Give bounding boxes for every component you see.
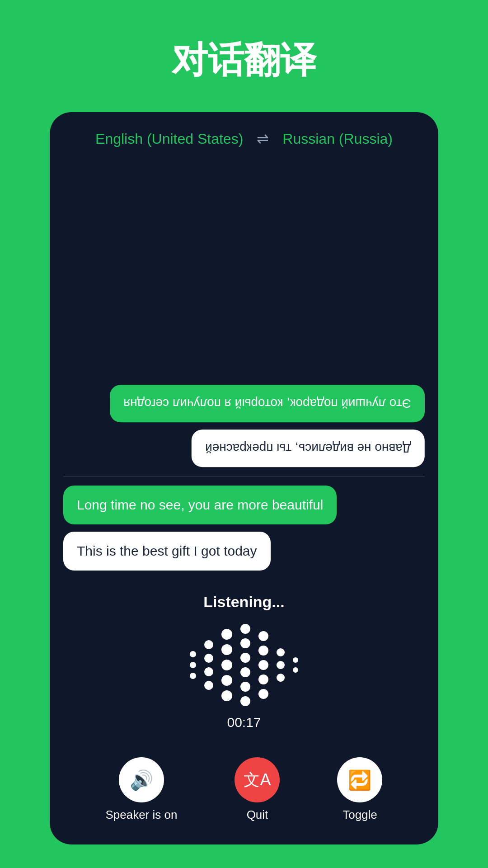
list-item: Это лучший подарок, который я получил се… bbox=[110, 385, 425, 422]
wave-col bbox=[190, 651, 196, 679]
wave-dot bbox=[258, 646, 268, 656]
wave-dot bbox=[240, 653, 250, 663]
wave-dot bbox=[204, 681, 213, 690]
quit-button[interactable]: 文A Quit bbox=[235, 757, 280, 822]
wave-col bbox=[293, 657, 298, 673]
wave-dot bbox=[277, 648, 285, 656]
wave-col bbox=[258, 631, 268, 699]
listening-status: Listening... bbox=[203, 593, 284, 611]
listening-area: Listening... bbox=[50, 580, 438, 753]
flipped-section: Это лучший подарок, который я получил се… bbox=[63, 165, 425, 476]
wave-dot bbox=[240, 624, 250, 634]
wave-dot bbox=[221, 644, 232, 655]
speaker-icon: 🔊 bbox=[130, 769, 153, 791]
wave-dot bbox=[221, 690, 232, 701]
lang-header: English (United States) ⇌ Russian (Russi… bbox=[50, 112, 438, 156]
wave-dot bbox=[204, 667, 213, 676]
wave-dot bbox=[258, 689, 268, 699]
wave-dot bbox=[240, 696, 250, 706]
swap-icon[interactable]: ⇌ bbox=[257, 130, 269, 147]
normal-section: Long time no see, you are more beautiful… bbox=[63, 476, 425, 571]
wave-dot bbox=[240, 667, 250, 677]
wave-col bbox=[204, 640, 213, 690]
wave-dot bbox=[221, 675, 232, 686]
wave-dot bbox=[277, 674, 285, 682]
toggle-label: Toggle bbox=[343, 808, 377, 822]
wave-dot bbox=[240, 682, 250, 692]
wave-dot bbox=[277, 661, 285, 669]
wave-dot bbox=[190, 673, 196, 679]
toggle-button[interactable]: 🔁 Toggle bbox=[337, 757, 382, 822]
phone-card: English (United States) ⇌ Russian (Russi… bbox=[50, 112, 438, 844]
wave-dot bbox=[221, 660, 232, 670]
list-item: Давно не виделись, ты прекрасней bbox=[192, 429, 425, 467]
wave-dot bbox=[190, 651, 196, 657]
wave-dot bbox=[240, 638, 250, 648]
speaker-button[interactable]: 🔊 Speaker is on bbox=[106, 757, 178, 822]
wave-col bbox=[240, 624, 250, 706]
quit-circle: 文A bbox=[235, 757, 280, 802]
refresh-icon: 🔁 bbox=[348, 769, 371, 791]
list-item: Long time no see, you are more beautiful bbox=[63, 486, 337, 524]
wave-dot bbox=[293, 667, 298, 673]
toggle-circle: 🔁 bbox=[337, 757, 382, 802]
lang-left[interactable]: English (United States) bbox=[95, 131, 243, 147]
wave-col bbox=[277, 648, 285, 682]
wave-dot bbox=[258, 631, 268, 641]
wave-dot bbox=[258, 675, 268, 684]
wave-dot bbox=[293, 657, 298, 663]
waveform bbox=[190, 624, 298, 706]
wave-dot bbox=[258, 660, 268, 670]
wave-col bbox=[221, 629, 232, 701]
wave-dot bbox=[190, 662, 196, 668]
list-item: This is the best gift I got today bbox=[63, 532, 271, 571]
quit-label: Quit bbox=[247, 808, 268, 822]
wave-dot bbox=[204, 640, 213, 649]
app-title: 对话翻译 bbox=[172, 36, 316, 85]
lang-right[interactable]: Russian (Russia) bbox=[282, 131, 393, 147]
bottom-controls: 🔊 Speaker is on 文A Quit 🔁 Toggle bbox=[50, 753, 438, 844]
timer: 00:17 bbox=[227, 715, 261, 730]
wave-dot bbox=[204, 654, 213, 663]
wave-dot bbox=[221, 629, 232, 640]
speaker-circle: 🔊 bbox=[119, 757, 164, 802]
speaker-label: Speaker is on bbox=[106, 808, 178, 822]
chat-area: Это лучший подарок, который я получил се… bbox=[50, 156, 438, 580]
translate-icon: 文A bbox=[244, 769, 271, 791]
